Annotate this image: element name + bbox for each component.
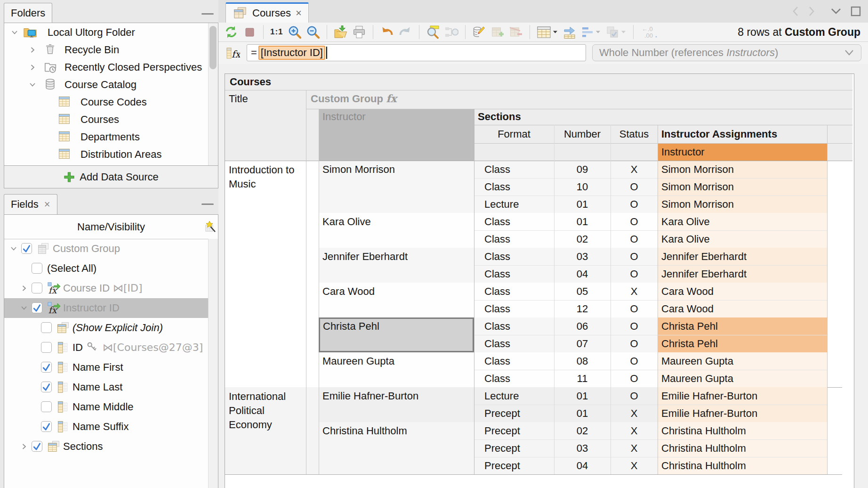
format-cell[interactable]: Class	[474, 161, 554, 178]
format-cell[interactable]: Precept	[474, 457, 554, 474]
stop-button[interactable]	[242, 25, 257, 39]
status-cell[interactable]: O	[611, 230, 658, 248]
print-button[interactable]	[352, 25, 366, 39]
assignment-instructor-cell[interactable]: Emilie Hafner-Burton	[658, 405, 827, 422]
zoom-in-button[interactable]	[288, 25, 302, 39]
number-cell[interactable]: 06	[554, 317, 611, 335]
fields-tree-item[interactable]: Name First	[4, 358, 209, 377]
instructor-cell[interactable]: Kara Olive	[322, 214, 471, 230]
folders-minimize-button[interactable]	[201, 13, 214, 15]
import-button[interactable]	[334, 25, 348, 39]
visibility-checkbox[interactable]	[32, 283, 42, 293]
instructor-cell[interactable]: Christina Hultholm	[322, 423, 471, 439]
assignment-instructor-cell[interactable]: Simon Morrison	[658, 161, 827, 178]
selected-instructor-cell[interactable]: Christa Pehl	[319, 317, 474, 352]
number-cell[interactable]: 03	[554, 439, 611, 457]
chevron-down-icon[interactable]	[11, 29, 18, 36]
number-cell[interactable]: 04	[554, 457, 611, 474]
folders-tree-item[interactable]: Course Catalog	[4, 76, 209, 94]
folders-tree-item[interactable]: Recently Closed Perspectives	[4, 59, 209, 76]
format-cell[interactable]: Precept	[474, 405, 554, 422]
fields-tab-close-icon[interactable]: ×	[44, 199, 50, 210]
number-cell[interactable]: 09	[554, 161, 611, 178]
format-cell[interactable]: Class	[474, 283, 554, 300]
number-cell[interactable]: 07	[554, 335, 611, 352]
status-cell[interactable]: X	[611, 439, 658, 457]
status-cell[interactable]: O	[611, 300, 658, 317]
assignment-instructor-cell[interactable]: Kara Olive	[658, 230, 827, 248]
fields-tree-item[interactable]: Name Suffix	[4, 417, 209, 437]
assignment-instructor-cell[interactable]: Simon Morrison	[658, 178, 827, 195]
maximize-icon[interactable]	[850, 6, 861, 17]
format-cell[interactable]: Class	[474, 335, 554, 352]
number-cell[interactable]: 01	[554, 387, 611, 405]
chevron-right-icon[interactable]	[20, 443, 28, 450]
format-cell[interactable]: Class	[474, 178, 554, 195]
number-cell[interactable]: 03	[554, 248, 611, 265]
edit-data-button[interactable]	[472, 25, 486, 39]
course-title-cell[interactable]: Introduction to Music	[225, 161, 306, 387]
fields-tree-item[interactable]: Custom Group	[4, 239, 209, 259]
fields-tree-item[interactable]: Name Last	[4, 377, 209, 397]
instructor-cell[interactable]: Maureen Gupta	[322, 354, 471, 370]
assignment-instructor-cell[interactable]: Cara Wood	[658, 283, 827, 300]
assignment-instructor-cell[interactable]: Christina Hultholm	[658, 457, 827, 474]
format-cell[interactable]: Lecture	[474, 195, 554, 213]
folders-scrollbar-thumb[interactable]	[209, 26, 217, 69]
fields-tree-item[interactable]: (Show Explicit Join)	[4, 318, 209, 338]
instructor-cell[interactable]: Simon Morrison	[322, 162, 471, 178]
undo-button[interactable]	[380, 25, 394, 39]
format-cell[interactable]: Class	[474, 370, 554, 387]
visibility-checkbox[interactable]	[41, 342, 52, 353]
refresh-button[interactable]	[224, 25, 238, 39]
course-title-cell[interactable]: International Political Economy	[225, 387, 306, 474]
visibility-checkbox[interactable]	[21, 243, 32, 254]
assignment-instructor-cell[interactable]: Christina Hultholm	[658, 439, 827, 457]
number-cell[interactable]: 11	[554, 370, 611, 387]
visibility-checkbox[interactable]	[41, 401, 52, 412]
status-cell[interactable]: X	[611, 422, 658, 439]
assignment-instructor-cell[interactable]: Christina Hultholm	[658, 422, 827, 439]
format-cell[interactable]: Class	[474, 230, 554, 248]
number-cell[interactable]: 01	[554, 195, 611, 213]
add-data-source-button[interactable]: Add Data Source	[4, 165, 218, 188]
chevron-down-icon[interactable]	[10, 245, 17, 252]
status-cell[interactable]: O	[611, 178, 658, 195]
chevron-right-icon[interactable]	[29, 64, 36, 71]
visibility-checkbox[interactable]	[41, 362, 52, 373]
fields-tree-item[interactable]: Sections	[4, 437, 209, 456]
find-button[interactable]	[426, 25, 440, 39]
fields-minimize-button[interactable]	[201, 203, 214, 205]
sort-button[interactable]	[581, 25, 601, 39]
folders-tree-item[interactable]: Recycle Bin	[4, 41, 209, 59]
status-cell[interactable]: O	[611, 335, 658, 352]
number-cell[interactable]: 02	[554, 422, 611, 439]
visibility-checkbox[interactable]	[32, 263, 42, 274]
status-cell[interactable]: O	[611, 352, 658, 370]
zoom-reset-button[interactable]: 1:1	[270, 27, 283, 37]
number-cell[interactable]: 05	[554, 283, 611, 300]
chevron-right-icon[interactable]	[29, 46, 36, 54]
format-cell[interactable]: Class	[474, 265, 554, 283]
table-style-button[interactable]	[537, 25, 558, 39]
format-cell[interactable]: Class	[474, 352, 554, 370]
status-cell[interactable]: O	[611, 387, 658, 405]
assignment-instructor-cell[interactable]: Jennifer Eberhardt	[658, 248, 827, 265]
format-cell[interactable]: Class	[474, 248, 554, 265]
column-header-instructor[interactable]: Instructor	[319, 109, 474, 161]
assignment-instructor-cell[interactable]: Jennifer Eberhardt	[658, 265, 827, 283]
chevron-down-icon[interactable]	[29, 81, 36, 89]
format-cell[interactable]: Class	[474, 300, 554, 317]
formula-input[interactable]: = [Instructor ID]	[247, 44, 586, 61]
folders-tree-item[interactable]: Local Ultorg Folder	[4, 24, 209, 41]
number-cell[interactable]: 10	[554, 178, 611, 195]
assignment-instructor-cell[interactable]: Simon Morrison	[658, 195, 827, 213]
fields-tree-item[interactable]: fxCourse ID ⋈[ID]	[4, 278, 209, 298]
folders-tree-item[interactable]: Departments	[4, 129, 209, 146]
nav-forward-icon[interactable]	[808, 6, 815, 17]
instructor-cell[interactable]: Cara Wood	[322, 284, 471, 300]
folders-tree-item[interactable]: Course Codes	[4, 94, 209, 111]
assignment-instructor-cell[interactable]: Christa Pehl	[658, 335, 827, 352]
folders-tree-item[interactable]: Courses	[4, 111, 209, 129]
zoom-out-button[interactable]	[306, 25, 320, 39]
